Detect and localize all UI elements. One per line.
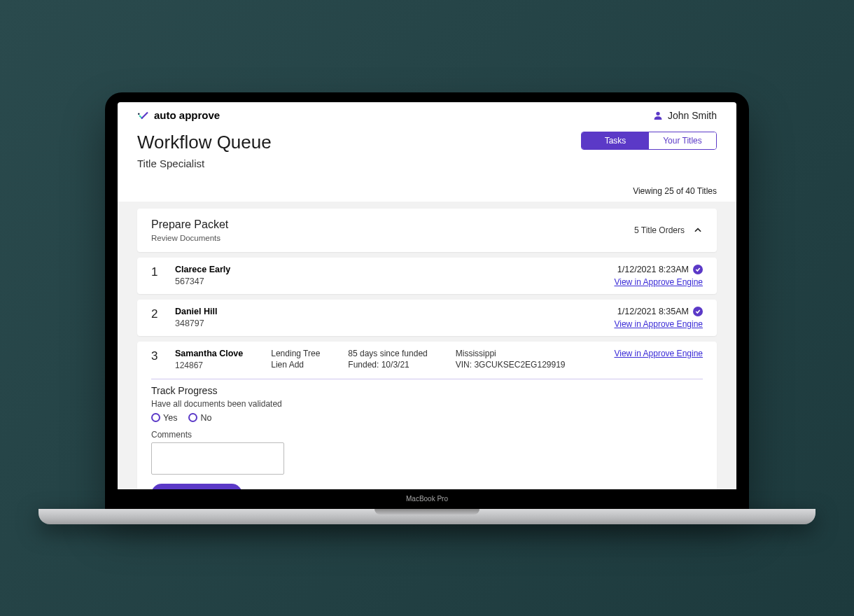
order-timestamp: 1/12/2021 8:23AM — [617, 265, 689, 274]
user-icon — [652, 110, 664, 121]
row-index: 3 — [151, 349, 161, 363]
track-progress-question: Have all documents been validated — [151, 399, 703, 409]
update-progress-button[interactable]: Update Progress — [151, 484, 242, 489]
app-header: auto approve John Smith — [118, 102, 736, 122]
svg-point-1 — [656, 111, 659, 115]
check-circle-icon — [693, 265, 703, 274]
section-count: 5 Title Orders — [634, 225, 685, 235]
detail-days: 85 days since funded — [348, 349, 427, 358]
content-area: Prepare Packet Review Documents 5 Title … — [118, 202, 736, 489]
user-menu[interactable]: John Smith — [652, 110, 717, 121]
view-toggle: Tasks Your Titles — [581, 132, 717, 150]
radio-icon — [151, 413, 160, 422]
detail-state: Mississippi — [456, 349, 566, 358]
view-in-engine-link[interactable]: View in Approve Engine — [598, 349, 703, 358]
order-id: 124867 — [175, 360, 243, 370]
laptop-chin: MacBook Pro — [105, 489, 749, 509]
chevron-up-icon[interactable] — [693, 225, 703, 235]
radio-yes[interactable]: Yes — [151, 413, 177, 423]
divider — [151, 379, 703, 379]
order-name: Clarece Early — [175, 265, 230, 274]
row-index: 2 — [151, 307, 161, 321]
row-index: 1 — [151, 265, 161, 279]
laptop-mockup: auto approve John Smith — [105, 92, 749, 524]
laptop-notch — [385, 92, 469, 102]
title-order-row[interactable]: 2 Daniel Hill 348797 1/12/2021 8:35AM — [137, 300, 717, 336]
tab-tasks[interactable]: Tasks — [582, 132, 649, 149]
order-name: Daniel Hill — [175, 307, 217, 316]
title-order-row[interactable]: 1 Clarece Early 567347 1/12/2021 8:23AM — [137, 258, 717, 294]
brand-logo[interactable]: auto approve — [137, 109, 220, 122]
section-header-card: Prepare Packet Review Documents 5 Title … — [137, 209, 717, 252]
laptop-base — [38, 509, 816, 524]
comments-label: Comments — [151, 430, 703, 440]
page-title: Workflow Queue — [137, 132, 272, 153]
order-name: Samantha Clove — [175, 349, 243, 358]
section-title: Prepare Packet — [151, 218, 228, 231]
radio-icon — [188, 413, 197, 422]
radio-yes-label: Yes — [163, 413, 177, 423]
detail-funded: Funded: 10/3/21 — [348, 360, 427, 370]
app-viewport: auto approve John Smith — [118, 102, 736, 489]
radio-no[interactable]: No — [188, 413, 211, 423]
detail-type: Lien Add — [271, 360, 320, 370]
page-subtitle: Title Specialist — [137, 158, 272, 169]
order-id: 567347 — [175, 276, 230, 286]
checkmark-logo-icon — [137, 109, 150, 122]
tab-your-titles[interactable]: Your Titles — [649, 132, 716, 149]
user-name: John Smith — [668, 110, 717, 121]
order-timestamp: 1/12/2021 8:35AM — [617, 307, 689, 316]
viewing-count: Viewing 25 of 40 Titles — [118, 169, 736, 202]
view-in-engine-link[interactable]: View in Approve Engine — [614, 319, 703, 329]
section-subtitle: Review Documents — [151, 234, 228, 242]
check-circle-icon — [693, 307, 703, 316]
comments-input[interactable] — [151, 442, 284, 475]
brand-name: auto approve — [154, 109, 220, 121]
detail-source: Lending Tree — [271, 349, 320, 358]
detail-vin: VIN: 3GCUKSEC2EG129919 — [456, 360, 566, 370]
view-in-engine-link[interactable]: View in Approve Engine — [614, 277, 703, 287]
title-order-row-expanded: 3 Samantha Clove 124867 Lending Tree Lie… — [137, 342, 717, 489]
laptop-screen-bezel: auto approve John Smith — [105, 92, 749, 509]
title-bar: Workflow Queue Title Specialist Tasks Yo… — [118, 122, 736, 169]
order-id: 348797 — [175, 318, 217, 328]
track-progress-title: Track Progress — [151, 385, 703, 396]
svg-point-0 — [138, 113, 139, 114]
device-label: MacBook Pro — [406, 495, 448, 503]
radio-no-label: No — [200, 413, 211, 423]
